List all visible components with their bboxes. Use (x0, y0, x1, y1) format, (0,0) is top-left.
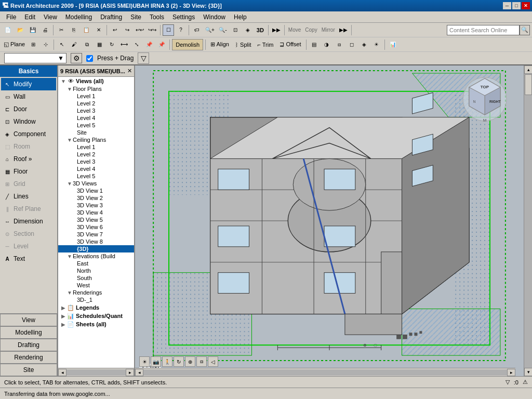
tree-node-views[interactable]: ▼ 👁 Views (all) (58, 77, 134, 85)
spin-button[interactable]: ↻ (174, 356, 184, 367)
nav-cube[interactable]: TOP RIGHT N M (461, 76, 508, 123)
menu-site[interactable]: Site (126, 12, 145, 22)
thin-lines-button[interactable]: ▤ (309, 39, 320, 50)
search-input[interactable] (447, 25, 520, 35)
rendering-tab-button[interactable]: Rendering (0, 351, 57, 364)
delete-button[interactable]: ✕ (93, 24, 104, 36)
tree-node-site-fp[interactable]: Site (58, 129, 134, 136)
demolish-button[interactable]: Demolish (172, 39, 203, 50)
maximize-button[interactable]: □ (512, 2, 521, 9)
views-toggle[interactable]: ▼ (60, 78, 66, 84)
tree-node-sheets[interactable]: ▶ 📄 Sheets (all) (58, 320, 134, 328)
copy-tool-button[interactable]: Copy (303, 24, 318, 36)
menu-view[interactable]: View (39, 12, 61, 22)
menu-tools[interactable]: Tools (145, 12, 168, 22)
paint-button[interactable]: 🖌 (69, 39, 80, 50)
panel-item-window[interactable]: ⊡ Window (1, 115, 56, 128)
vscroll-down-button[interactable]: ▾ (524, 368, 532, 376)
move-button[interactable]: Move (287, 24, 302, 36)
tree-node-schedules[interactable]: ▶ 📊 Schedules/Quant (58, 312, 134, 320)
menu-window[interactable]: Window (199, 12, 230, 22)
vscroll-up-button[interactable]: ▴ (524, 65, 532, 74)
chart-button[interactable]: 📊 (387, 39, 398, 50)
tree-node-ceiling-plans[interactable]: ▼ Ceiling Plans (58, 136, 134, 143)
elevations-toggle[interactable]: ▼ (66, 254, 73, 259)
tree-scroll-right[interactable]: ▸ (126, 369, 134, 376)
search-button[interactable]: 🔍 (520, 25, 530, 35)
cut-button[interactable]: ✂ (56, 24, 67, 36)
redo-more-button[interactable]: ↪↪ (147, 24, 158, 36)
camera-button[interactable]: 📷 (151, 356, 161, 367)
section-box-btn[interactable]: ⧈ (196, 356, 207, 367)
undo-more-button[interactable]: ↩↩ (134, 24, 145, 36)
tree-scroll-left[interactable]: ◂ (58, 369, 66, 376)
snap-button[interactable]: ⊹ (40, 39, 51, 50)
tree-node-3d-current[interactable]: {3D} (58, 245, 134, 252)
split-button[interactable]: ⧘ Split (233, 39, 254, 50)
tree-node-3dview1[interactable]: 3D View 1 (58, 187, 134, 194)
sun-path-button[interactable]: ☀ (371, 39, 382, 50)
tree-node-west[interactable]: West (58, 282, 134, 289)
more-tools-button[interactable]: ▶▶ (271, 24, 282, 36)
panel-item-floor[interactable]: ▦ Floor (1, 165, 56, 178)
copy-button[interactable]: ⎘ (68, 24, 79, 36)
tag-button[interactable]: 🏷 (191, 24, 203, 36)
zoom-btn[interactable]: ⊕ (185, 356, 195, 367)
panel-item-refplane[interactable]: ∥ Ref Plane (1, 203, 56, 215)
scale-button[interactable]: ⤡ (131, 39, 142, 50)
sun-toolbar-button[interactable]: ☀ (139, 356, 150, 367)
zoom-out-button[interactable]: 🔍- (217, 24, 229, 36)
offset-button[interactable]: ⊒ Offset (277, 39, 303, 50)
open-button[interactable]: 📂 (15, 24, 26, 36)
tree-node-level4-fp[interactable]: Level 4 (58, 114, 134, 122)
panel-item-component[interactable]: ◈ Component (1, 128, 56, 140)
tree-node-level1-cp[interactable]: Level 1 (58, 143, 134, 151)
workset-settings-button[interactable]: ⚙ (71, 53, 82, 63)
grid-display-button[interactable]: ⊞ (28, 39, 39, 50)
floor-plans-toggle[interactable]: ▼ (66, 86, 73, 92)
filter-button[interactable]: ▽ (138, 52, 149, 64)
minimize-button[interactable]: ─ (503, 2, 511, 9)
component-tb-button[interactable]: ◈ (242, 24, 254, 36)
tree-node-3dview6[interactable]: 3D View 6 (58, 223, 134, 231)
reveal-hidden-button[interactable]: ◻ (346, 39, 357, 50)
tree-node-south[interactable]: South (58, 274, 134, 282)
more-edit-button[interactable]: ▶▶ (338, 24, 349, 36)
select-button[interactable]: ☐ (163, 24, 174, 36)
mirror-button[interactable]: Mirror (320, 24, 337, 36)
tree-node-level2-fp[interactable]: Level 2 (58, 100, 134, 107)
pin-button[interactable]: 📌 (143, 39, 155, 50)
mirror2-button[interactable]: ⟷ (118, 39, 130, 50)
cursor-button[interactable]: ↖ (56, 39, 68, 50)
tree-node-east[interactable]: East (58, 260, 134, 267)
panel-item-text[interactable]: A Text (1, 252, 56, 265)
tree-node-level1-fp[interactable]: Level 1 (58, 92, 134, 100)
new-button[interactable]: 📄 (2, 24, 14, 36)
active-workset-combo[interactable]: ▼ (4, 53, 66, 63)
tree-node-level5-fp[interactable]: Level 5 (58, 122, 134, 129)
view-tab-button[interactable]: View (0, 314, 57, 326)
tree-node-3dview2[interactable]: 3D View 2 (58, 194, 134, 202)
tree-node-3dview7[interactable]: 3D View 7 (58, 231, 134, 238)
drafting-tab-button[interactable]: Drafting (0, 339, 57, 351)
tree-node-3dview3[interactable]: 3D View 3 (58, 202, 134, 209)
align-button[interactable]: ⊞ Align (208, 39, 232, 50)
menu-help[interactable]: Help (230, 12, 251, 22)
menu-edit[interactable]: Edit (20, 12, 39, 22)
site-tab-button[interactable]: Site (0, 364, 57, 376)
array-button[interactable]: ▦ (94, 39, 105, 50)
hscroll-left-button[interactable]: ◂ (135, 369, 143, 376)
ceiling-plans-toggle[interactable]: ▼ (66, 137, 73, 143)
walkthrough-button[interactable]: 🚶 (162, 356, 172, 367)
tree-node-3dview8[interactable]: 3D View 8 (58, 238, 134, 245)
panel-item-door[interactable]: ⊏ Door (1, 103, 56, 115)
panel-item-section[interactable]: ⊙ Section (1, 228, 56, 240)
zoom-fit-button[interactable]: ⊡ (230, 24, 241, 36)
plane-button[interactable]: ◱ Plane (2, 39, 26, 50)
close-button[interactable]: ✕ (522, 2, 530, 9)
modelling-tab-button[interactable]: Modelling (0, 326, 57, 339)
unpin-button[interactable]: 📌 (156, 39, 167, 50)
panel-item-grid[interactable]: ⊞ Grid (1, 178, 56, 190)
project-browser-close[interactable]: ✕ (127, 68, 132, 74)
viewport[interactable]: ⊕ ◌ (135, 65, 524, 376)
